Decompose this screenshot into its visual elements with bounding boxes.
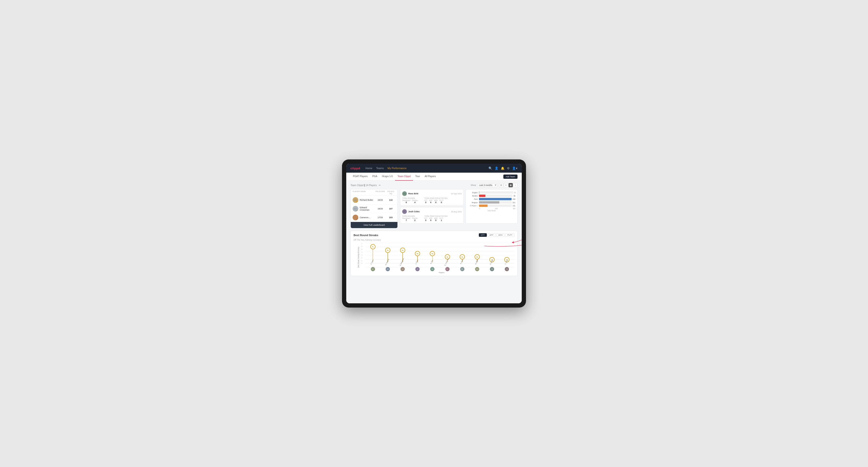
leaderboard-table: PLAYER NAME PB SCORE PB AVG SQ RB 1 Rich…	[350, 189, 398, 228]
arg-stat: ARG 0	[434, 217, 437, 221]
practice-label: Total Practice Activities	[424, 197, 448, 199]
practice-group: Total Practice Activities OTT 0 APP	[424, 215, 448, 221]
player-avg: 107	[386, 208, 396, 210]
player-score: 19/20	[374, 199, 386, 201]
top-navigation: clippd Home Teams My Performance 🔍 👤 🔔 ⚙…	[346, 164, 522, 173]
tab-app[interactable]: APP	[488, 233, 496, 237]
grid-view-icon[interactable]: ⊞	[499, 183, 503, 187]
main-content: Team Clippd | 14 Players ✏ Show Last 3 m…	[346, 181, 522, 303]
bar-fill	[479, 198, 512, 200]
player-name: Josh Coles	[408, 210, 451, 213]
card-view-icon[interactable]: ▦	[508, 183, 513, 187]
player-date: 02 Sep 2023	[451, 193, 462, 195]
rounds-label: Total Rounds	[402, 197, 418, 199]
add-team-button[interactable]: Add Team	[503, 175, 518, 179]
bar-fill	[479, 201, 499, 204]
player-name: Rees Britt	[408, 192, 451, 195]
bar-label: Pars	[468, 198, 478, 200]
putt-stat: PUTT 1	[439, 217, 443, 221]
player-score: 18/20	[374, 208, 386, 210]
practice-sub: OTT 0 APP 0	[424, 217, 448, 221]
chart-view-icon[interactable]: ↕	[513, 183, 518, 187]
logo: clippd	[350, 166, 360, 170]
settings-icon[interactable]: ⚙	[507, 166, 510, 170]
avatar: RB	[402, 191, 407, 196]
practice-group: Total Practice Activities OTT 0 APP	[424, 197, 448, 204]
view-full-leaderboard-button[interactable]: View Full Leaderboard	[351, 222, 398, 228]
leaderboard-header: PLAYER NAME PB SCORE PB AVG SQ	[351, 189, 398, 196]
player-avatar: JC	[415, 267, 420, 271]
list-item: 7x E. Ewert EE	[365, 243, 380, 271]
bar-row-eagles: Eagles 3	[468, 191, 516, 194]
app-stat: APP 0	[429, 199, 432, 204]
nav-my-performance[interactable]: My Performance	[388, 166, 407, 170]
x-label-400: 400	[513, 208, 516, 210]
ott-stat: OTT 0	[424, 217, 427, 221]
player-avatar: BM	[385, 267, 390, 271]
bar-row-birdies: Birdies 96	[468, 195, 516, 197]
tablet-device: clippd Home Teams My Performance 🔍 👤 🔔 ⚙…	[342, 159, 526, 308]
tab-arg[interactable]: ARG	[496, 233, 504, 237]
table-row: RB 1 Richard Butler 19/20 110	[351, 196, 398, 205]
subnav-all-players[interactable]: All Players	[422, 173, 438, 181]
bar-value: 499	[513, 198, 516, 200]
bar-value: 96	[514, 195, 516, 197]
y-axis-label: Best Streak, Fairway Accuracy	[358, 249, 359, 268]
bar-fill	[479, 205, 488, 207]
leaderboard-section: PLAYER NAME PB SCORE PB AVG SQ RB 1 Rich…	[350, 189, 398, 228]
user-icon[interactable]: 👤	[495, 166, 498, 170]
practice-stat: Practice 2	[412, 217, 417, 221]
streak-badge: 5x	[415, 251, 420, 256]
tablet-screen: clippd Home Teams My Performance 🔍 👤 🔔 ⚙…	[346, 164, 522, 303]
bar-label: Eagles	[468, 191, 478, 194]
search-icon[interactable]: 🔍	[489, 166, 492, 170]
streak-badge: 5x	[430, 251, 435, 256]
bar-label: Birdies	[468, 195, 478, 197]
subnav-pgat[interactable]: PGAT Players	[350, 173, 370, 181]
rounds-sub: Tournament 8 Practice 4	[402, 199, 418, 204]
nav-icons: 🔍 👤 🔔 ⚙ 👤▾	[489, 166, 518, 170]
subnav-hcaps[interactable]: Hcaps 1-5	[380, 173, 395, 181]
edit-icon[interactable]: ✏	[379, 184, 381, 187]
list-view-icon[interactable]: ≡	[504, 183, 508, 187]
putt-stat: PUTT 0	[439, 199, 443, 204]
nav-home[interactable]: Home	[365, 166, 372, 170]
list-item: 6x B. McHerg BM	[380, 243, 395, 271]
streaks-wrapper: Best Round Streaks OTT APP ARG PUTT Off …	[350, 231, 518, 276]
tab-putt[interactable]: PUTT	[505, 233, 515, 237]
ott-stat: OTT 0	[424, 199, 427, 204]
x-axis-label: Players	[362, 272, 515, 273]
bar-fill	[479, 195, 486, 197]
streaks-title: Best Round Streaks	[353, 234, 479, 237]
bar-label: D. Bogeys +	[468, 205, 478, 206]
bar-row-bogeys: Bogeys 311	[468, 201, 516, 204]
list-item: 5x R. Britt RB	[425, 243, 440, 271]
player-avatar: MM	[475, 267, 479, 271]
streak-tabs: OTT APP ARG PUTT	[479, 233, 515, 237]
rounds-group: Total Rounds Tournament 8 Practice	[402, 197, 418, 204]
x-label-200: 200	[495, 208, 498, 210]
bar-value: 3	[515, 192, 516, 193]
rounds-sub: Tournament 7 Practice 2	[402, 217, 418, 221]
tournament-stat: Tournament 8	[402, 199, 410, 204]
period-select[interactable]: Last 3 months Last 6 months Last 12 mont…	[477, 183, 498, 187]
bell-icon[interactable]: 🔔	[501, 166, 504, 170]
avatar: JC	[402, 209, 407, 214]
nav-teams[interactable]: Teams	[376, 166, 384, 170]
rounds-label: Total Rounds	[402, 215, 418, 217]
streaks-header: Best Round Streaks OTT APP ARG PUTT	[353, 233, 515, 237]
profile-icon[interactable]: 👤▾	[512, 166, 518, 170]
subnav-tour[interactable]: Tour	[413, 173, 422, 181]
x-label-0: 0	[479, 208, 480, 210]
col-pb-score: PB SCORE	[374, 190, 386, 195]
col-pb-avg: PB AVG SQ	[386, 190, 396, 195]
subnav-pga[interactable]: PGA	[370, 173, 379, 181]
practice-label: Total Practice Activities	[424, 215, 448, 217]
bar-track	[479, 205, 512, 207]
bar-track	[479, 195, 513, 197]
tab-ott[interactable]: OTT	[479, 233, 487, 237]
rank-badge: 3	[356, 218, 358, 220]
subnav-team-clippd[interactable]: Team Clippd	[395, 173, 413, 181]
player-avatar: EE	[371, 267, 375, 271]
streak-badge: 6x	[385, 248, 390, 253]
